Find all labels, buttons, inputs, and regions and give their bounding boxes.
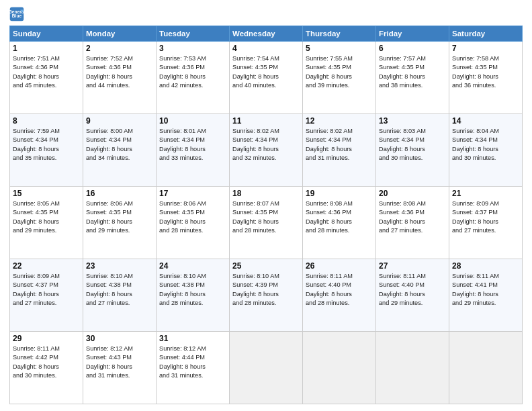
- calendar-cell: 13Sunrise: 8:03 AMSunset: 4:34 PMDayligh…: [376, 114, 449, 187]
- cell-info: Sunrise: 8:10 AMSunset: 4:39 PMDaylight:…: [232, 272, 300, 308]
- day-number: 18: [232, 189, 300, 198]
- day-number: 6: [379, 44, 446, 53]
- day-number: 20: [379, 189, 446, 198]
- day-number: 10: [159, 116, 226, 126]
- calendar-header-monday: Monday: [83, 26, 157, 42]
- day-number: 3: [159, 44, 226, 53]
- calendar-cell: 1Sunrise: 7:51 AMSunset: 4:36 PMDaylight…: [10, 42, 83, 114]
- cell-info: Sunrise: 7:51 AMSunset: 4:36 PMDaylight:…: [13, 54, 80, 90]
- day-number: 31: [159, 334, 226, 343]
- day-number: 11: [232, 116, 300, 126]
- day-number: 23: [86, 261, 153, 271]
- cell-info: Sunrise: 7:58 AMSunset: 4:35 PMDaylight:…: [452, 54, 519, 90]
- cell-info: Sunrise: 8:04 AMSunset: 4:34 PMDaylight:…: [452, 127, 519, 163]
- calendar-cell: [449, 332, 523, 404]
- page: General Blue SundayMondayTuesdayWednesda…: [0, 0, 532, 411]
- calendar-cell: 9Sunrise: 8:00 AMSunset: 4:34 PMDaylight…: [83, 114, 157, 187]
- cell-info: Sunrise: 7:52 AMSunset: 4:36 PMDaylight:…: [86, 54, 153, 90]
- calendar-cell: 22Sunrise: 8:09 AMSunset: 4:37 PMDayligh…: [10, 259, 83, 332]
- calendar-cell: 8Sunrise: 7:59 AMSunset: 4:34 PMDaylight…: [10, 114, 83, 187]
- day-number: 13: [379, 116, 446, 126]
- cell-info: Sunrise: 8:06 AMSunset: 4:35 PMDaylight:…: [86, 199, 153, 235]
- calendar-cell: 14Sunrise: 8:04 AMSunset: 4:34 PMDayligh…: [449, 114, 523, 187]
- calendar-cell: 25Sunrise: 8:10 AMSunset: 4:39 PMDayligh…: [230, 259, 303, 332]
- calendar-cell: 26Sunrise: 8:11 AMSunset: 4:40 PMDayligh…: [303, 259, 376, 332]
- calendar-cell: 24Sunrise: 8:10 AMSunset: 4:38 PMDayligh…: [157, 259, 230, 332]
- calendar-cell: [303, 332, 376, 404]
- calendar-cell: 31Sunrise: 8:12 AMSunset: 4:44 PMDayligh…: [157, 332, 230, 404]
- calendar-header-saturday: Saturday: [449, 26, 523, 42]
- logo: General Blue: [9, 7, 27, 21]
- day-number: 17: [159, 189, 226, 198]
- calendar-cell: 21Sunrise: 8:09 AMSunset: 4:37 PMDayligh…: [449, 187, 523, 259]
- calendar-header-wednesday: Wednesday: [230, 26, 303, 42]
- cell-info: Sunrise: 8:11 AMSunset: 4:41 PMDaylight:…: [452, 272, 519, 308]
- calendar-cell: 15Sunrise: 8:05 AMSunset: 4:35 PMDayligh…: [10, 187, 83, 259]
- day-number: 28: [452, 261, 519, 271]
- cell-info: Sunrise: 8:12 AMSunset: 4:43 PMDaylight:…: [86, 345, 153, 380]
- calendar-cell: 2Sunrise: 7:52 AMSunset: 4:36 PMDaylight…: [83, 42, 157, 114]
- day-number: 7: [452, 44, 519, 53]
- cell-info: Sunrise: 8:02 AMSunset: 4:34 PMDaylight:…: [232, 127, 300, 163]
- day-number: 21: [452, 189, 519, 198]
- day-number: 24: [159, 261, 226, 271]
- calendar-cell: 5Sunrise: 7:55 AMSunset: 4:35 PMDaylight…: [303, 42, 376, 114]
- day-number: 19: [306, 189, 373, 198]
- day-number: 1: [13, 44, 80, 53]
- day-number: 4: [232, 44, 300, 53]
- calendar-cell: 17Sunrise: 8:06 AMSunset: 4:35 PMDayligh…: [157, 187, 230, 259]
- cell-info: Sunrise: 7:54 AMSunset: 4:35 PMDaylight:…: [232, 54, 300, 90]
- calendar-header-friday: Friday: [376, 26, 449, 42]
- day-number: 14: [452, 116, 519, 126]
- calendar-week-2: 15Sunrise: 8:05 AMSunset: 4:35 PMDayligh…: [10, 187, 523, 259]
- calendar-week-4: 29Sunrise: 8:11 AMSunset: 4:42 PMDayligh…: [10, 332, 523, 404]
- calendar-header-row: SundayMondayTuesdayWednesdayThursdayFrid…: [10, 26, 523, 42]
- day-number: 27: [379, 261, 446, 271]
- calendar-header-tuesday: Tuesday: [157, 26, 230, 42]
- cell-info: Sunrise: 8:12 AMSunset: 4:44 PMDaylight:…: [159, 345, 226, 380]
- cell-info: Sunrise: 7:55 AMSunset: 4:35 PMDaylight:…: [306, 54, 373, 90]
- day-number: 9: [86, 116, 153, 126]
- calendar-cell: 6Sunrise: 7:57 AMSunset: 4:35 PMDaylight…: [376, 42, 449, 114]
- calendar-cell: 4Sunrise: 7:54 AMSunset: 4:35 PMDaylight…: [230, 42, 303, 114]
- cell-info: Sunrise: 8:09 AMSunset: 4:37 PMDaylight:…: [452, 199, 519, 235]
- calendar-cell: 19Sunrise: 8:08 AMSunset: 4:36 PMDayligh…: [303, 187, 376, 259]
- day-number: 5: [306, 44, 373, 53]
- calendar-cell: 18Sunrise: 8:07 AMSunset: 4:35 PMDayligh…: [230, 187, 303, 259]
- svg-text:Blue: Blue: [12, 13, 22, 18]
- cell-info: Sunrise: 8:10 AMSunset: 4:38 PMDaylight:…: [159, 272, 226, 308]
- calendar-week-1: 8Sunrise: 7:59 AMSunset: 4:34 PMDaylight…: [10, 114, 523, 187]
- calendar-cell: 20Sunrise: 8:08 AMSunset: 4:36 PMDayligh…: [376, 187, 449, 259]
- calendar-cell: 11Sunrise: 8:02 AMSunset: 4:34 PMDayligh…: [230, 114, 303, 187]
- calendar-cell: 7Sunrise: 7:58 AMSunset: 4:35 PMDaylight…: [449, 42, 523, 114]
- calendar-cell: 3Sunrise: 7:53 AMSunset: 4:36 PMDaylight…: [157, 42, 230, 114]
- calendar-week-3: 22Sunrise: 8:09 AMSunset: 4:37 PMDayligh…: [10, 259, 523, 332]
- day-number: 16: [86, 189, 153, 198]
- calendar-cell: 30Sunrise: 8:12 AMSunset: 4:43 PMDayligh…: [83, 332, 157, 404]
- calendar-cell: 16Sunrise: 8:06 AMSunset: 4:35 PMDayligh…: [83, 187, 157, 259]
- cell-info: Sunrise: 7:57 AMSunset: 4:35 PMDaylight:…: [379, 54, 446, 90]
- day-number: 26: [306, 261, 373, 271]
- header: General Blue: [9, 7, 523, 21]
- calendar-cell: 12Sunrise: 8:02 AMSunset: 4:34 PMDayligh…: [303, 114, 376, 187]
- day-number: 8: [13, 116, 80, 126]
- day-number: 30: [86, 334, 153, 343]
- cell-info: Sunrise: 8:02 AMSunset: 4:34 PMDaylight:…: [306, 127, 373, 163]
- calendar-cell: 29Sunrise: 8:11 AMSunset: 4:42 PMDayligh…: [10, 332, 83, 404]
- cell-info: Sunrise: 7:59 AMSunset: 4:34 PMDaylight:…: [13, 127, 80, 163]
- day-number: 25: [232, 261, 300, 271]
- day-number: 22: [13, 261, 80, 271]
- cell-info: Sunrise: 7:53 AMSunset: 4:36 PMDaylight:…: [159, 54, 226, 90]
- calendar-table: SundayMondayTuesdayWednesdayThursdayFrid…: [9, 26, 523, 404]
- cell-info: Sunrise: 8:10 AMSunset: 4:38 PMDaylight:…: [86, 272, 153, 308]
- day-number: 29: [13, 334, 80, 343]
- cell-info: Sunrise: 8:07 AMSunset: 4:35 PMDaylight:…: [232, 199, 300, 235]
- cell-info: Sunrise: 8:11 AMSunset: 4:42 PMDaylight:…: [13, 345, 80, 380]
- calendar-cell: 10Sunrise: 8:01 AMSunset: 4:34 PMDayligh…: [157, 114, 230, 187]
- calendar-header-thursday: Thursday: [303, 26, 376, 42]
- logo-icon: General Blue: [9, 7, 24, 21]
- day-number: 12: [306, 116, 373, 126]
- day-number: 2: [86, 44, 153, 53]
- cell-info: Sunrise: 8:00 AMSunset: 4:34 PMDaylight:…: [86, 127, 153, 163]
- calendar-header-sunday: Sunday: [10, 26, 83, 42]
